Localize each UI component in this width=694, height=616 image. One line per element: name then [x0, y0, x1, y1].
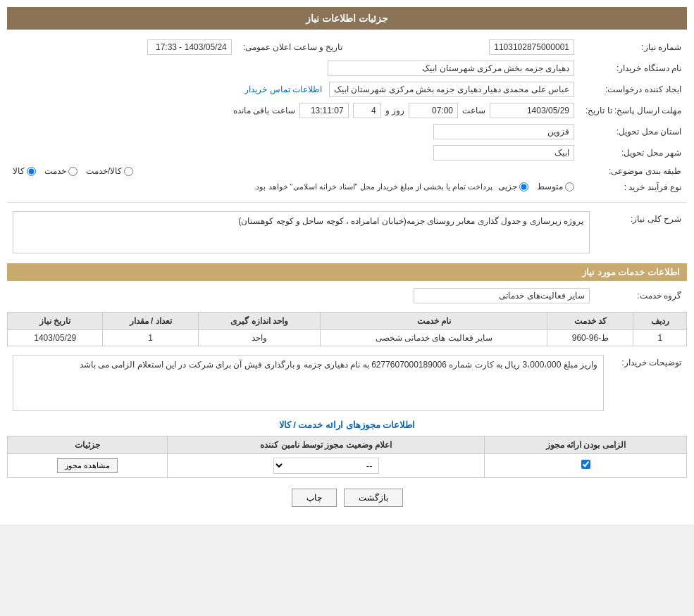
radio-jozvi-label: جزیی [498, 182, 517, 191]
deadline-time-field: 07:00 [409, 103, 458, 118]
province-label: استان محل تحویل: [580, 121, 687, 142]
service-group-label: گروه خدمت: [595, 285, 687, 306]
service-group-table: گروه خدمت: سایر فعالیت‌های خدماتی [7, 285, 687, 306]
perm-cell-supplier-status: -- [168, 453, 485, 477]
radio-khedmat: خدمت [44, 166, 78, 176]
col-unit: واحد اندازه گیری [198, 312, 320, 329]
deadline-time-label: ساعت [462, 106, 485, 115]
col-date: تاریخ نیاز [8, 312, 103, 329]
city-label: شهر محل تحویل: [580, 142, 687, 163]
general-desc-field: پروژه زیرسازی و جدول گذاری معابر روستای … [13, 211, 590, 253]
perm-cell-required [485, 453, 687, 477]
buyer-org-value: دهیاری جزمه بخش مرکزی شهرستان ابیک [7, 58, 580, 79]
permissions-section-title: اطلاعات مجوزهای ارائه خدمت / کالا [279, 420, 416, 430]
cell-quantity: 1 [103, 329, 198, 346]
need-number-field: 1103102875000001 [489, 39, 574, 55]
view-permission-button[interactable]: مشاهده مجوز [57, 458, 118, 473]
buyer-notes-field: واریز مبلغ 3،000،000 ریال به کارت شماره … [13, 355, 604, 411]
back-button[interactable]: بازگشت [344, 489, 403, 507]
cell-service-name: سایر فعالیت های خدماتی شخصی [321, 329, 547, 346]
col-service-code: کد خدمت [547, 312, 633, 329]
general-desc-value: پروژه زیرسازی و جدول گذاری معابر روستای … [7, 208, 595, 256]
service-group-value: سایر فعالیت‌های خدماتی [7, 285, 595, 306]
buyer-notes-value: واریز مبلغ 3،000،000 ریال به کارت شماره … [7, 352, 609, 414]
radio-kala-label: کالا [13, 166, 25, 176]
radio-kala-khedmat: کالا/خدمت [86, 166, 133, 176]
date-label: تاریخ و ساعت اعلان عمومی: [237, 37, 349, 58]
province-field: قزوین [433, 124, 574, 139]
deadline-remaining-field: 13:11:07 [299, 103, 349, 118]
table-row: -- مشاهده مجوز [8, 453, 687, 477]
buyer-notes-label: توضیحات خریدار: [609, 352, 687, 414]
creator-field: عباس علی محمدی دهیار دهیاری جزمه بخش مرک… [329, 82, 574, 97]
deadline-row: 1403/05/29 ساعت 07:00 روز و 4 13:11:07 س… [7, 100, 580, 121]
province-value: قزوین [7, 121, 580, 142]
services-section-title: اطلاعات خدمات مورد نیاز [7, 263, 687, 281]
deadline-day-label: روز و [385, 106, 404, 115]
bottom-buttons: بازگشت چاپ [7, 489, 687, 507]
radio-khedmat-label: خدمت [44, 166, 66, 176]
date-field: 1403/05/24 - 17:33 [147, 39, 232, 55]
creator-value: عباس علی محمدی دهیار دهیاری جزمه بخش مرک… [7, 79, 580, 100]
radio-motavasset-label: متوسط [537, 182, 563, 191]
col-quantity: تعداد / مقدار [103, 312, 198, 329]
radio-kala-khedmat-input[interactable] [124, 167, 133, 176]
radio-kala-khedmat-label: کالا/خدمت [86, 166, 122, 176]
buyer-org-field: دهیاری جزمه بخش مرکزی شهرستان ابیک [328, 61, 574, 76]
category-label: طبقه بندی موضوعی: [580, 163, 687, 179]
page-wrapper: جزئیات اطلاعات نیاز شماره نیاز: 11031028… [0, 0, 694, 524]
header-title: جزئیات اطلاعات نیاز [306, 13, 388, 24]
cell-row-num: 1 [633, 329, 687, 346]
perm-col-details: جزئیات [8, 436, 168, 453]
service-group-field: سایر فعالیت‌های خدماتی [414, 288, 590, 303]
radio-motavasset-input[interactable] [565, 182, 574, 191]
radio-khedmat-input[interactable] [68, 167, 78, 176]
creator-label: ایجاد کننده درخواست: [580, 79, 687, 100]
perm-cell-details: مشاهده مجوز [8, 453, 168, 477]
radio-kala-input[interactable] [27, 167, 36, 176]
divider-1 [7, 202, 687, 203]
deadline-date-field: 1403/05/29 [490, 103, 574, 118]
perm-col-supplier-status: اعلام وضعیت مجوز توسط نامین کننده [168, 436, 485, 453]
radio-jozvi-input[interactable] [519, 182, 528, 191]
contact-link[interactable]: اطلاعات تماس خریدار [244, 84, 322, 94]
city-value: ابیک [7, 142, 580, 163]
basic-info-table: شماره نیاز: 1103102875000001 تاریخ و ساع… [7, 37, 687, 196]
perm-status-select[interactable]: -- [273, 458, 379, 474]
deadline-remaining-label: ساعت باقی مانده [233, 106, 295, 115]
perm-required-checkbox[interactable] [581, 460, 590, 469]
general-desc-table: شرح کلی نیاز: پروژه زیرسازی و جدول گذاری… [7, 208, 687, 256]
general-desc-label: شرح کلی نیاز: [595, 208, 687, 256]
process-note: پرداخت تمام یا بخشی از مبلغ خریدار محل "… [254, 182, 492, 191]
need-number-label: شماره نیاز: [580, 37, 687, 58]
print-button[interactable]: چاپ [292, 489, 337, 507]
cell-unit: واحد [198, 329, 320, 346]
col-row-num: ردیف [633, 312, 687, 329]
deadline-days-field: 4 [353, 103, 381, 118]
process-row: متوسط جزیی پرداخت تمام یا بخشی از مبلغ خ… [7, 179, 580, 196]
cell-service-code: ط-96-960 [547, 329, 633, 346]
category-radio-group: کالا/خدمت خدمت کالا [7, 163, 580, 179]
cell-date: 1403/05/29 [8, 329, 103, 346]
need-number-value: 1103102875000001 [348, 37, 580, 58]
buyer-org-label: نام دستگاه خریدار: [580, 58, 687, 79]
date-value: 1403/05/24 - 17:33 [7, 37, 237, 58]
table-row: 1 ط-96-960 سایر فعالیت های خدماتی شخصی و… [8, 329, 687, 346]
process-label: نوع فرآیند خرید : [580, 179, 687, 196]
permissions-table: الزامی بودن ارائه مجوز اعلام وضعیت مجوز … [7, 436, 687, 478]
city-field: ابیک [433, 145, 574, 161]
deadline-label: مهلت ارسال پاسخ: تا تاریخ: [580, 100, 687, 121]
buyer-notes-table: توضیحات خریدار: واریز مبلغ 3،000،000 ریا… [7, 352, 687, 414]
radio-kala: کالا [13, 166, 36, 176]
perm-col-required: الزامی بودن ارائه مجوز [485, 436, 687, 453]
col-service-name: نام خدمت [321, 312, 547, 329]
services-table: ردیف کد خدمت نام خدمت واحد اندازه گیری ت… [7, 312, 687, 346]
radio-jozvi: جزیی [498, 182, 528, 191]
permissions-section-link: اطلاعات مجوزهای ارائه خدمت / کالا [7, 420, 687, 430]
page-header: جزئیات اطلاعات نیاز [7, 7, 687, 30]
radio-motavasset: متوسط [537, 182, 574, 191]
